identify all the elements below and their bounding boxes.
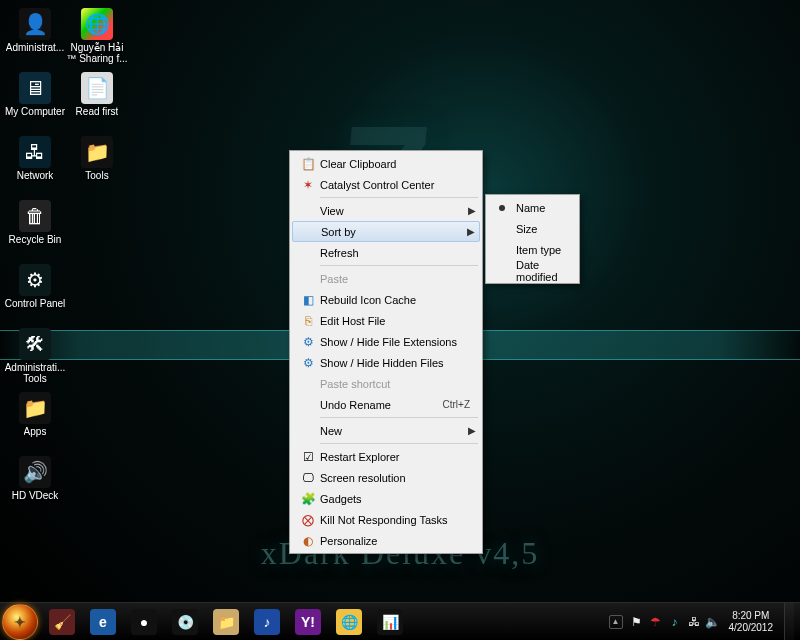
desktop-icon-label: Nguyễn Hải ™ Sharing f... xyxy=(66,42,128,64)
ctx-show-hide-ext[interactable]: ⚙ Show / Hide File Extensions xyxy=(292,331,480,352)
desktop-icon-label: Administrat... xyxy=(6,42,64,53)
task-manager-icon: 📊 xyxy=(377,609,403,635)
desktop-icon-label: Administrati... Tools xyxy=(4,362,66,384)
taskbar-disc[interactable]: 💿 xyxy=(165,605,205,639)
desktop-icon-read-first[interactable]: 📄Read first xyxy=(66,68,128,130)
ie-icon: e xyxy=(90,609,116,635)
music-icon: ♪ xyxy=(254,609,280,635)
separator xyxy=(320,197,478,198)
administrative-tools-icon: 🛠 xyxy=(19,328,51,360)
show-desktop-button[interactable] xyxy=(784,603,794,641)
desktop-icon-apps[interactable]: 📁Apps xyxy=(4,388,66,450)
ctx-paste-shortcut: Paste shortcut xyxy=(292,373,480,394)
ctx-undo-rename[interactable]: Undo Rename Ctrl+Z xyxy=(292,394,480,415)
desktop-icon-administrator[interactable]: 👤Administrat... xyxy=(4,4,66,66)
personalize-icon: ◐ xyxy=(296,534,320,548)
nguyen-hai-sharing-icon: 🌐 xyxy=(81,8,113,40)
desktop-icon-recycle-bin[interactable]: 🗑Recycle Bin xyxy=(4,196,66,258)
taskbar-cc-cleaner[interactable]: 🧹 xyxy=(42,605,82,639)
recycle-bin-icon: 🗑 xyxy=(19,200,51,232)
cc-cleaner-icon: 🧹 xyxy=(49,609,75,635)
ctx-clear-clipboard[interactable]: 📋 Clear Clipboard xyxy=(292,153,480,174)
tools-icon: 📁 xyxy=(81,136,113,168)
shortcut-label: Ctrl+Z xyxy=(443,399,477,410)
taskbar-pinned-apps: 🧹e●💿📁♪Y!🌐📊 xyxy=(42,603,410,640)
desktop-icon-label: HD VDeck xyxy=(12,490,59,501)
clock-time: 8:20 PM xyxy=(729,610,774,622)
explorer-icon: 📁 xyxy=(213,609,239,635)
extensions-icon: ⚙ xyxy=(296,335,320,349)
taskbar-messenger[interactable]: Y! xyxy=(288,605,328,639)
ctx-refresh[interactable]: Refresh xyxy=(292,242,480,263)
gadgets-icon: 🧩 xyxy=(296,492,320,506)
ctx-screen-resolution[interactable]: 🖵 Screen resolution xyxy=(292,467,480,488)
sort-by-name[interactable]: Name xyxy=(488,197,577,218)
start-button[interactable]: ✦ xyxy=(2,604,38,640)
desktop-icon-tools[interactable]: 📁Tools xyxy=(66,132,128,194)
taskbar-ie[interactable]: e xyxy=(83,605,123,639)
chevron-right-icon: ▶ xyxy=(466,205,476,216)
rebuild-icon: ◧ xyxy=(296,293,320,307)
tray-overflow-button[interactable]: ▲ xyxy=(609,615,623,629)
taskbar-music[interactable]: ♪ xyxy=(247,605,287,639)
host-file-icon: ⎘ xyxy=(296,314,320,328)
ctx-personalize[interactable]: ◐ Personalize xyxy=(292,530,480,551)
system-tray: ▲ ⚑☂♪🖧🔈 8:20 PM 4/20/2012 xyxy=(609,603,801,640)
desktop-icon-nguyen-hai-sharing[interactable]: 🌐Nguyễn Hải ™ Sharing f... xyxy=(66,4,128,66)
sort-by-item-type[interactable]: Item type xyxy=(488,239,577,260)
desktop-icon-label: Read first xyxy=(76,106,119,117)
read-first-icon: 📄 xyxy=(81,72,113,104)
taskbar: ✦ 🧹e●💿📁♪Y!🌐📊 ▲ ⚑☂♪🖧🔈 8:20 PM 4/20/2012 xyxy=(0,602,800,640)
taskbar-clock[interactable]: 8:20 PM 4/20/2012 xyxy=(729,610,774,634)
ctx-edit-host[interactable]: ⎘ Edit Host File xyxy=(292,310,480,331)
control-panel-icon: ⚙ xyxy=(19,264,51,296)
ctx-catalyst[interactable]: ✶ Catalyst Control Center xyxy=(292,174,480,195)
start-orb-icon: ✦ xyxy=(14,614,26,630)
clock-date: 4/20/2012 xyxy=(729,622,774,634)
screen-resolution-icon: 🖵 xyxy=(296,471,320,485)
sort-by-size[interactable]: Size xyxy=(488,218,577,239)
desktop-icon-label: Apps xyxy=(24,426,47,437)
desktop-icon-network[interactable]: 🖧Network xyxy=(4,132,66,194)
media-center-icon: ● xyxy=(131,609,157,635)
desktop-icon-label: My Computer xyxy=(5,106,65,117)
ctx-gadgets[interactable]: 🧩 Gadgets xyxy=(292,488,480,509)
taskbar-explorer[interactable]: 📁 xyxy=(206,605,246,639)
desktop-icon-control-panel[interactable]: ⚙Control Panel xyxy=(4,260,66,322)
ctx-paste: Paste xyxy=(292,268,480,289)
separator xyxy=(320,443,478,444)
desktop-icons-grid: 👤Administrat...🖥My Computer🖧Network🗑Recy… xyxy=(0,0,4,600)
network-icon: 🖧 xyxy=(19,136,51,168)
desktop-icon-my-computer[interactable]: 🖥My Computer xyxy=(4,68,66,130)
apps-icon: 📁 xyxy=(19,392,51,424)
desktop-icon-label: Control Panel xyxy=(5,298,66,309)
my-computer-icon: 🖥 xyxy=(19,72,51,104)
taskbar-chrome[interactable]: 🌐 xyxy=(329,605,369,639)
ctx-sort-by[interactable]: Sort by ▶ xyxy=(292,221,480,242)
ctx-show-hide-hidden[interactable]: ⚙ Show / Hide Hidden Files xyxy=(292,352,480,373)
ctx-kill-tasks[interactable]: ⨂ Kill Not Responding Tasks xyxy=(292,509,480,530)
sort-by-date-modified[interactable]: Date modified xyxy=(488,260,577,281)
action-center-icon[interactable]: ⚑ xyxy=(630,615,644,629)
desktop-icon-hd-vdeck[interactable]: 🔊HD VDeck xyxy=(4,452,66,514)
audio-mixer-icon[interactable]: ♪ xyxy=(668,615,682,629)
chevron-right-icon: ▶ xyxy=(465,226,475,237)
chevron-right-icon: ▶ xyxy=(466,425,476,436)
security-icon[interactable]: ☂ xyxy=(649,615,663,629)
restart-explorer-icon: ☑ xyxy=(296,450,320,464)
network-icon[interactable]: 🖧 xyxy=(687,615,701,629)
clipboard-icon: 📋 xyxy=(296,157,320,171)
desktop-icon-label: Recycle Bin xyxy=(9,234,62,245)
ctx-restart-explorer[interactable]: ☑ Restart Explorer xyxy=(292,446,480,467)
taskbar-media-center[interactable]: ● xyxy=(124,605,164,639)
messenger-icon: Y! xyxy=(295,609,321,635)
ctx-view[interactable]: View ▶ xyxy=(292,200,480,221)
ctx-new[interactable]: New ▶ xyxy=(292,420,480,441)
ati-icon: ✶ xyxy=(296,178,320,192)
chrome-icon: 🌐 xyxy=(336,609,362,635)
administrator-icon: 👤 xyxy=(19,8,51,40)
volume-icon[interactable]: 🔈 xyxy=(706,615,720,629)
desktop-icon-administrative-tools[interactable]: 🛠Administrati... Tools xyxy=(4,324,66,386)
ctx-rebuild-icon-cache[interactable]: ◧ Rebuild Icon Cache xyxy=(292,289,480,310)
taskbar-task-manager[interactable]: 📊 xyxy=(370,605,410,639)
